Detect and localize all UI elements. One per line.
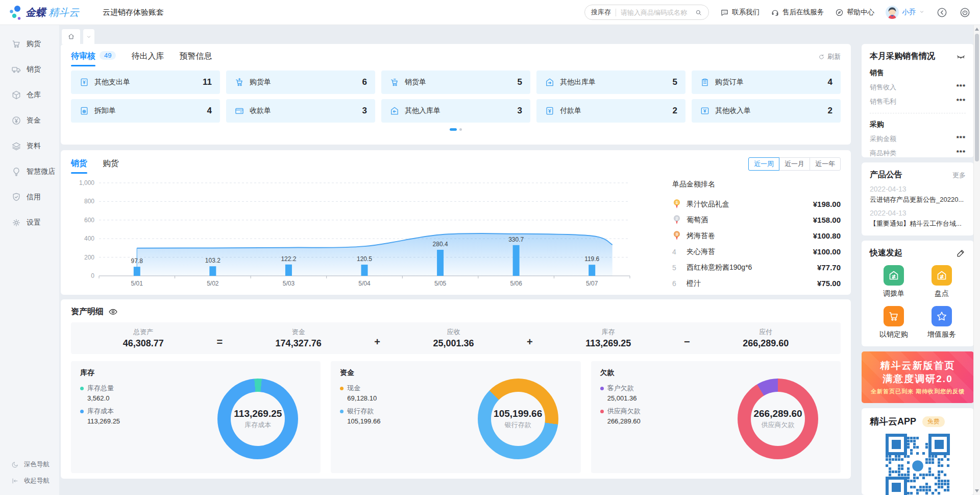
ranking-item[interactable]: 1果汁饮品礼盒¥198.00 xyxy=(672,196,841,212)
range-button-近一周[interactable]: 近一周 xyxy=(748,157,779,171)
todo-card-其他出库单[interactable]: 其他出库单5 xyxy=(536,70,685,94)
ranking-item[interactable]: 2葡萄酒¥158.00 xyxy=(672,212,841,228)
ranking-item-amount: ¥77.70 xyxy=(817,263,841,272)
tab-预警信息[interactable]: 预警信息 xyxy=(179,51,212,66)
ranking-item[interactable]: 3烤海苔卷¥100.80 xyxy=(672,228,841,244)
scroll-up-arrow[interactable] xyxy=(975,28,979,31)
announcement-link[interactable]: 云进销存产品更新公告_20220... xyxy=(870,195,966,204)
search-icon[interactable] xyxy=(695,9,702,16)
todo-card-付款单[interactable]: 付款单2 xyxy=(536,99,685,123)
quick-launch-调拨单[interactable]: 调拨单 xyxy=(870,265,918,298)
quick-launch-以销定购[interactable]: 以销定购 xyxy=(870,306,918,339)
todo-card-销货单[interactable]: 销货单5 xyxy=(381,70,530,94)
scroll-thumb[interactable] xyxy=(975,34,979,161)
nav-link-帮助中心[interactable]: 帮助中心 xyxy=(835,8,874,17)
sidebar-item-设置[interactable]: 设置 xyxy=(0,210,59,235)
tab-label: 购货 xyxy=(103,158,119,174)
vertical-scrollbar[interactable] xyxy=(973,25,980,495)
nav-link-售后在线服务[interactable]: 售后在线服务 xyxy=(771,8,824,17)
sidebar-item-label: 资料 xyxy=(27,142,41,151)
sidebar-item-资料[interactable]: 资料 xyxy=(0,133,59,159)
quick-launch-盘点[interactable]: 盘点 xyxy=(918,265,966,298)
todo-card-购货单[interactable]: 购货单6 xyxy=(226,70,375,94)
time-range-group: 近一周近一月近一年 xyxy=(748,157,841,175)
brand-logo[interactable]: 金蝶 精斗云 xyxy=(9,5,79,20)
logout-button[interactable] xyxy=(959,7,971,18)
yuan-icon xyxy=(11,115,21,126)
sidebar-item-购货[interactable]: 购货 xyxy=(0,31,59,57)
refresh-button[interactable]: 刷新 xyxy=(818,52,841,65)
svg-text:122.2: 122.2 xyxy=(281,255,296,263)
svg-text:5/05: 5/05 xyxy=(434,280,447,287)
ranking-list: 1果汁饮品礼盒¥198.002葡萄酒¥158.003烤海苔卷¥100.804夹心… xyxy=(672,196,841,291)
search-category-selector[interactable]: 搜库存 xyxy=(591,8,611,17)
sidebar-item-资金[interactable]: 资金 xyxy=(0,108,59,133)
trend-tabs-row: 销货购货 近一周近一月近一年 xyxy=(71,157,841,175)
range-button-近一月[interactable]: 近一月 xyxy=(779,157,810,171)
ranking-item[interactable]: 5西红柿意粉酱190g*6¥77.70 xyxy=(672,260,841,275)
legend-item-label: 库存成本 xyxy=(87,407,114,416)
ranking-item[interactable]: 4夹心海苔¥100.00 xyxy=(672,244,841,260)
ranking-item[interactable]: 6橙汁¥75.00 xyxy=(672,275,841,291)
todo-card-其他支出单[interactable]: 其他支出单11 xyxy=(71,70,220,94)
quick-launch-增值服务[interactable]: 增值服务 xyxy=(918,306,966,339)
legend-item-label: 库存总量 xyxy=(87,384,114,393)
todo-card-其他入库单[interactable]: 其他入库单3 xyxy=(381,99,530,123)
announcement-link[interactable]: 【重要通知】精斗云工作台域... xyxy=(870,219,966,228)
home-tab[interactable] xyxy=(62,29,80,44)
range-button-近一年[interactable]: 近一年 xyxy=(810,157,841,171)
sidebar-item-仓库[interactable]: 仓库 xyxy=(0,82,59,108)
search-input[interactable] xyxy=(621,9,695,16)
todo-card-其他收入单[interactable]: 其他收入单2 xyxy=(692,99,841,123)
assets-formula-bar: 总资产46,308.77=资金174,327.76+应收25,001.36+库存… xyxy=(71,322,841,354)
svg-text:119.6: 119.6 xyxy=(584,255,599,263)
donut-ring-库存[interactable]: 113,269.25库存成本 xyxy=(217,379,298,459)
sidebar-item-智慧微店[interactable]: 智慧微店 xyxy=(0,159,59,184)
tab-待审核[interactable]: 待审核49 xyxy=(71,51,116,66)
todo-card-收款单[interactable]: 收款单3 xyxy=(226,99,375,123)
tab-销货[interactable]: 销货 xyxy=(71,158,87,174)
cart-minus-icon xyxy=(389,77,400,87)
scroll-down-arrow[interactable] xyxy=(975,489,979,492)
sidebar-footer-深色导航[interactable]: 深色导航 xyxy=(0,456,59,473)
donut-ring-资金[interactable]: 105,199.66银行存款 xyxy=(478,379,558,459)
sidebar-item-label: 销货 xyxy=(27,65,41,74)
back-button[interactable] xyxy=(936,7,948,18)
nav-link-联系我们[interactable]: 联系我们 xyxy=(720,8,760,17)
eye-closed-icon[interactable] xyxy=(956,52,966,61)
cart-icon xyxy=(884,306,904,326)
product-ranking: 单品金额排名 1果汁饮品礼盒¥198.002葡萄酒¥158.003烤海苔卷¥10… xyxy=(672,176,841,291)
sidebar-item-销货[interactable]: 销货 xyxy=(0,57,59,82)
ranking-item-name: 烤海苔卷 xyxy=(687,231,813,241)
month-row-label: 采购金额 xyxy=(870,134,896,144)
month-summary-title: 本月采购销售情况 xyxy=(870,51,935,62)
todo-card-label: 其他收入单 xyxy=(715,106,751,115)
formula-item-value: 174,327.76 xyxy=(276,338,322,349)
todo-card-购货订单[interactable]: 购货订单4 xyxy=(692,70,841,94)
month-row-销售毛利: 销售毛利*** xyxy=(870,97,966,106)
tab-待出入库[interactable]: 待出入库 xyxy=(131,51,164,66)
pencil-icon[interactable] xyxy=(956,248,966,258)
ranking-title: 单品金额排名 xyxy=(672,180,841,189)
user-menu[interactable]: 小乔 xyxy=(886,6,925,19)
ranking-item-name: 橙汁 xyxy=(687,279,817,288)
sidebar-item-信用[interactable]: 信用 xyxy=(0,184,59,210)
todo-panel: 待审核49待出入库预警信息 刷新 其他支出单11购货单6销货单5其他出库单5购货… xyxy=(61,44,851,145)
legend-dot-icon xyxy=(80,410,84,413)
survey-banner[interactable]: 精斗云新版首页 满意度调研2.0 全新首页已到来 期待收到您的反馈 xyxy=(862,351,974,403)
tab-购货[interactable]: 购货 xyxy=(103,158,119,174)
pagination-dot[interactable] xyxy=(459,128,462,131)
todo-card-count: 3 xyxy=(362,106,367,116)
svg-text:400: 400 xyxy=(84,235,94,242)
eye-icon[interactable] xyxy=(108,307,118,317)
sidebar-footer-收起导航[interactable]: 收起导航 xyxy=(0,473,59,489)
donut-ring-欠款[interactable]: 266,289.60供应商欠款 xyxy=(738,379,818,459)
tab-dropdown-button[interactable] xyxy=(83,29,94,44)
pagination-dot-active[interactable] xyxy=(450,128,457,131)
donut-center: 266,289.60供应商欠款 xyxy=(738,379,818,459)
todo-card-拆卸单[interactable]: 拆卸单4 xyxy=(71,99,220,123)
todo-card-count: 2 xyxy=(673,106,677,116)
announcements-more-link[interactable]: 更多 xyxy=(952,171,966,180)
month-row-value: *** xyxy=(957,149,966,158)
announcements-list: 2022-04-13云进销存产品更新公告_20220...2022-04-13【… xyxy=(870,185,966,228)
